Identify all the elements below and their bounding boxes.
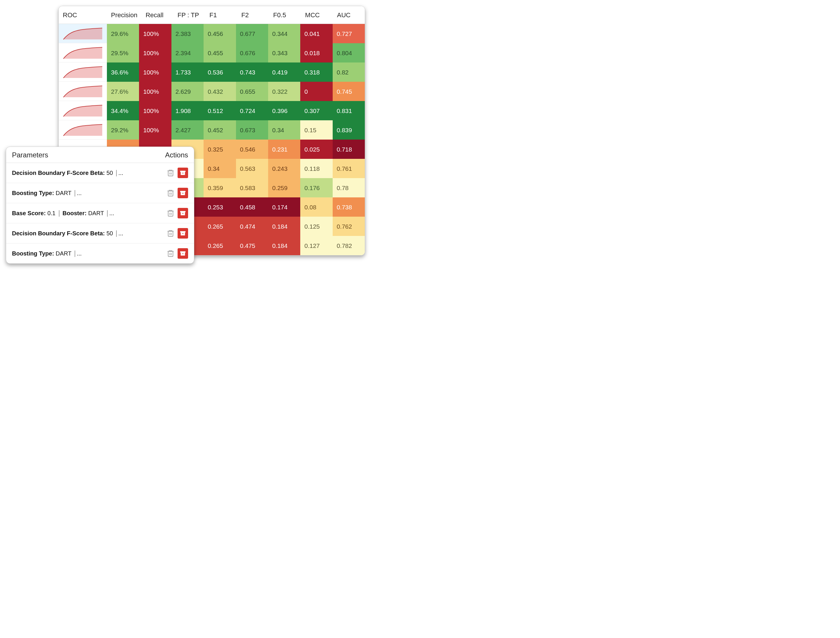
- roc-sparkline-cell[interactable]: [59, 82, 107, 101]
- metric-cell: 0.563: [236, 159, 268, 178]
- metrics-table-header: ROCPrecisionRecallFP : TPF1F2F0.5MCCAUC: [59, 6, 365, 24]
- metric-cell: 0.761: [333, 159, 365, 178]
- svg-rect-3: [182, 173, 184, 174]
- metric-cell: 0.359: [204, 178, 236, 197]
- metric-cell: 0.804: [333, 43, 365, 63]
- metric-cell: 100%: [139, 24, 171, 43]
- parameter-row[interactable]: Boosting Type: DART ... trash-icon archi…: [6, 243, 194, 264]
- parameter-row[interactable]: Decision Boundary F-Score Beta: 50 ... t…: [6, 223, 194, 243]
- metric-cell: 0.78: [333, 178, 365, 197]
- parameter-text: Base Score: 0.1 Booster: DART ...: [12, 210, 117, 217]
- archive-button[interactable]: archive-icon: [177, 228, 188, 238]
- svg-rect-12: [168, 231, 173, 237]
- column-header[interactable]: F1: [205, 6, 237, 24]
- table-row[interactable]: 34.4%100%1.9080.5120.7240.3960.3070.831: [59, 101, 365, 120]
- svg-rect-8: [168, 211, 173, 216]
- metric-cell: 0.325: [204, 140, 236, 159]
- metric-cell: 0.08: [300, 197, 332, 217]
- table-row[interactable]: 29.5%100%2.3940.4550.6760.3430.0180.804: [59, 43, 365, 63]
- column-header[interactable]: Recall: [141, 6, 173, 24]
- metric-cell: 34.4%: [107, 101, 139, 120]
- metric-cell: 0.745: [333, 82, 365, 101]
- delete-button[interactable]: trash-icon: [165, 208, 176, 218]
- metric-cell: 0.34: [268, 120, 300, 140]
- parameter-text: Decision Boundary F-Score Beta: 50 ...: [12, 170, 126, 176]
- table-row[interactable]: 29.6%100%2.3830.4560.6770.3440.0410.727: [59, 24, 365, 43]
- archive-button[interactable]: archive-icon: [177, 167, 188, 178]
- metric-cell: 0.15: [300, 120, 332, 140]
- column-header[interactable]: FP : TP: [174, 6, 205, 24]
- metric-cell: 0.184: [268, 217, 300, 236]
- column-header[interactable]: F2: [237, 6, 269, 24]
- metric-cell: 0.782: [333, 236, 365, 255]
- column-header[interactable]: AUC: [333, 6, 365, 24]
- metric-cell: 0.673: [236, 120, 268, 140]
- parameter-text: Decision Boundary F-Score Beta: 50 ...: [12, 230, 126, 237]
- roc-sparkline-cell[interactable]: [59, 101, 107, 120]
- roc-sparkline-cell[interactable]: [59, 120, 107, 140]
- column-header[interactable]: ROC: [59, 6, 107, 24]
- metric-cell: 0.512: [204, 101, 236, 120]
- metric-cell: 2.629: [171, 82, 204, 101]
- metric-cell: 0.839: [333, 120, 365, 140]
- svg-rect-9: [180, 211, 185, 213]
- metric-cell: 0.677: [236, 24, 268, 43]
- column-header[interactable]: F0.5: [269, 6, 301, 24]
- metric-cell: 0.018: [300, 43, 332, 63]
- parameter-row[interactable]: Boosting Type: DART ... trash-icon archi…: [6, 183, 194, 203]
- table-row[interactable]: 27.6%100%2.6290.4320.6550.32200.745: [59, 82, 365, 101]
- svg-rect-19: [182, 253, 184, 254]
- metric-cell: 1.733: [171, 63, 204, 82]
- metric-cell: 0.118: [300, 159, 332, 178]
- table-row[interactable]: 29.2%100%2.4270.4520.6730.340.150.839: [59, 120, 365, 140]
- metric-cell: 0.253: [204, 197, 236, 217]
- delete-button[interactable]: trash-icon: [165, 228, 176, 238]
- roc-sparkline-cell[interactable]: [59, 63, 107, 82]
- svg-rect-4: [168, 191, 173, 196]
- parameter-row[interactable]: Decision Boundary F-Score Beta: 50 ... t…: [6, 163, 194, 183]
- delete-button[interactable]: trash-icon: [165, 188, 176, 198]
- roc-sparkline-cell[interactable]: [59, 24, 107, 43]
- parameters-title: Parameters: [12, 151, 48, 159]
- svg-rect-1: [180, 171, 185, 172]
- metric-cell: 0.432: [204, 82, 236, 101]
- archive-button[interactable]: archive-icon: [177, 208, 188, 218]
- metric-cell: 0.041: [300, 24, 332, 43]
- metric-cell: 0.743: [236, 63, 268, 82]
- column-header[interactable]: Precision: [107, 6, 141, 24]
- delete-button[interactable]: trash-icon: [165, 167, 176, 178]
- parameter-text: Boosting Type: DART ...: [12, 250, 84, 257]
- roc-sparkline-cell[interactable]: [59, 43, 107, 63]
- metric-cell: 0.452: [204, 120, 236, 140]
- metric-cell: 0.025: [300, 140, 332, 159]
- svg-rect-13: [180, 231, 185, 233]
- svg-rect-0: [168, 171, 173, 176]
- metric-cell: 27.6%: [107, 82, 139, 101]
- metric-cell: 0.475: [236, 236, 268, 255]
- svg-rect-6: [181, 192, 185, 195]
- parameter-text: Boosting Type: DART ...: [12, 190, 84, 196]
- metric-cell: 0.762: [333, 217, 365, 236]
- metric-cell: 29.6%: [107, 24, 139, 43]
- metric-cell: 0.474: [236, 217, 268, 236]
- metric-cell: 0.343: [268, 43, 300, 63]
- metric-cell: 36.6%: [107, 63, 139, 82]
- archive-button[interactable]: archive-icon: [177, 248, 188, 259]
- metric-cell: 0.655: [236, 82, 268, 101]
- svg-rect-5: [180, 191, 185, 193]
- archive-button[interactable]: archive-icon: [177, 188, 188, 198]
- metric-cell: 0.583: [236, 178, 268, 197]
- svg-rect-2: [181, 172, 185, 175]
- metric-cell: 0.34: [204, 159, 236, 178]
- metric-cell: 2.427: [171, 120, 204, 140]
- parameter-row[interactable]: Base Score: 0.1 Booster: DART ... trash-…: [6, 203, 194, 223]
- column-header[interactable]: MCC: [301, 6, 333, 24]
- metric-cell: 0.344: [268, 24, 300, 43]
- metric-cell: 0.458: [236, 197, 268, 217]
- metric-cell: 0.724: [236, 101, 268, 120]
- metric-cell: 0.265: [204, 236, 236, 255]
- metric-cell: 0.727: [333, 24, 365, 43]
- delete-button[interactable]: trash-icon: [165, 248, 176, 259]
- table-row[interactable]: 36.6%100%1.7330.5360.7430.4190.3180.82: [59, 63, 365, 82]
- metric-cell: 29.5%: [107, 43, 139, 63]
